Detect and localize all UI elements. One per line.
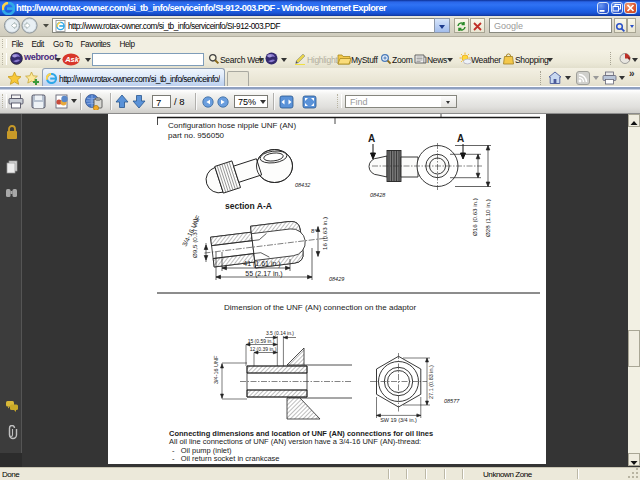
svg-text:section A-A: section A-A (225, 201, 272, 211)
svg-text:08428: 08428 (370, 192, 386, 198)
svg-text:- Oil return socket in crank: - Oil return socket in crankcase (172, 454, 280, 463)
svg-text:15 (0.59 in.): 15 (0.59 in.) (248, 338, 275, 344)
svg-text:08429: 08429 (329, 276, 344, 282)
svg-text:27.1 (0.83 in.): 27.1 (0.83 in.) (428, 365, 434, 399)
svg-text:Ø28 (1.10 in.): Ø28 (1.10 in.) (484, 199, 491, 237)
svg-text:A: A (457, 133, 464, 144)
svg-text:16 (0.63 in.): 16 (0.63 in.) (321, 217, 328, 250)
svg-text:Configuration hose nipple UNF: Configuration hose nipple UNF (AN) (168, 121, 296, 130)
svg-text:Ø16 (0.63 in.): Ø16 (0.63 in.) (471, 198, 478, 236)
svg-text:part no. 956050: part no. 956050 (168, 131, 225, 140)
svg-text:8°: 8° (311, 228, 317, 234)
svg-text:3/4-16 UNF: 3/4-16 UNF (213, 355, 219, 384)
svg-text:SW 19 (3/4 in.): SW 19 (3/4 in.) (380, 417, 417, 423)
svg-text:A: A (368, 133, 375, 144)
svg-text:Dimension of the UNF (AN) conn: Dimension of the UNF (AN) connection on … (224, 303, 416, 312)
svg-text:08577: 08577 (444, 398, 460, 404)
svg-text:3.5 (0.14 in.): 3.5 (0.14 in.) (266, 330, 294, 336)
svg-text:41 (1.61 in.): 41 (1.61 in.) (243, 260, 280, 268)
svg-text:55 (2.17 in.): 55 (2.17 in.) (245, 270, 282, 278)
svg-text:12 (0.39 in.): 12 (0.39 in.) (250, 346, 277, 352)
svg-text:Ask: Ask (64, 55, 80, 64)
svg-text:08432: 08432 (295, 182, 310, 188)
